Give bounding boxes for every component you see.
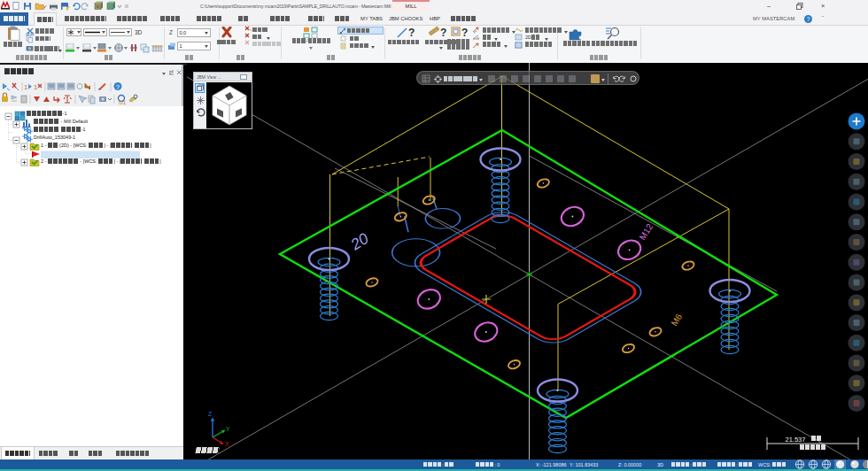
svg-text:M12: M12 [637, 221, 655, 242]
svg-text:M6: M6 [669, 312, 684, 328]
svg-text:1: 1 [24, 83, 28, 91]
svg-text:1: 1 [34, 83, 38, 91]
svg-text:?: ? [461, 27, 468, 39]
svg-text:20: 20 [346, 229, 371, 254]
svg-text:G1: G1 [119, 100, 127, 105]
svg-text:?: ? [408, 27, 415, 39]
svg-text:21.537: 21.537 [786, 436, 806, 444]
svg-text:?: ? [440, 27, 446, 39]
svg-text:?: ? [116, 84, 120, 90]
svg-text:X: X [225, 441, 229, 447]
svg-text:Z: Z [208, 411, 212, 417]
svg-text:Y: Y [226, 426, 230, 432]
